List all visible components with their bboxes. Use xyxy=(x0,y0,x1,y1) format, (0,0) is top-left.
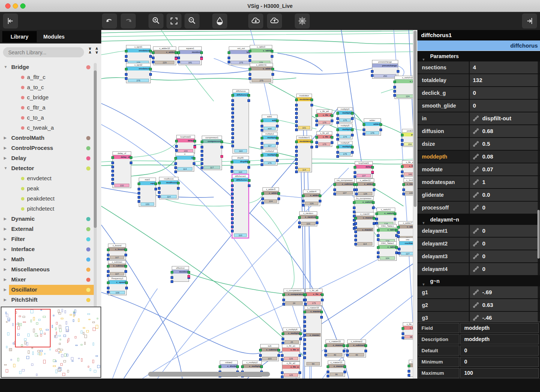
port-out[interactable] xyxy=(272,73,274,76)
port-special[interactable] xyxy=(220,155,223,158)
param-row-g2[interactable]: g20.63 xyxy=(417,299,540,312)
inspector-selected-type[interactable]: diffchorus xyxy=(417,40,540,51)
port-control-out[interactable] xyxy=(373,183,375,186)
port-in[interactable] xyxy=(138,188,140,190)
param-row-modratespan[interactable]: modratespan1 xyxy=(417,176,540,189)
port-control-out[interactable] xyxy=(372,201,375,204)
port-in[interactable] xyxy=(303,325,306,328)
node-sub[interactable]: subc_subtract103 xyxy=(260,344,279,361)
port-control-in[interactable] xyxy=(333,183,336,186)
sidebar-item-controlmath[interactable]: ▶ControlMath xyxy=(0,133,101,143)
canvas-vscrollbar-thumb[interactable] xyxy=(414,31,417,207)
port-special[interactable] xyxy=(194,146,196,148)
port-in[interactable] xyxy=(295,171,298,173)
port-out[interactable] xyxy=(276,125,279,127)
port-in[interactable] xyxy=(402,189,405,191)
port-out[interactable] xyxy=(351,134,354,136)
param-row-delayamt2[interactable]: delayamt20 xyxy=(417,238,540,250)
port-control-in[interactable] xyxy=(377,246,380,249)
port-in[interactable] xyxy=(354,243,357,245)
node-c_mas10[interactable]: c_mas10c_masterc_master114 xyxy=(356,212,374,247)
port-out[interactable] xyxy=(373,189,375,191)
port-in[interactable] xyxy=(393,86,396,88)
node-eqn2[interactable]: eqn2eqn133 xyxy=(139,178,156,207)
port-control-out[interactable] xyxy=(310,141,313,143)
port-control-out[interactable] xyxy=(395,246,398,249)
port-control-out[interactable] xyxy=(331,114,333,117)
port-in[interactable] xyxy=(377,256,380,258)
port-out[interactable] xyxy=(351,151,354,154)
cloud-download-button[interactable] xyxy=(248,13,263,28)
port-control-out[interactable] xyxy=(351,146,354,148)
wire-control[interactable] xyxy=(189,274,284,294)
node-add1[interactable]: add1addadd xyxy=(262,115,278,131)
wire-control[interactable] xyxy=(101,33,417,37)
port-in[interactable] xyxy=(138,196,140,199)
port-in[interactable] xyxy=(295,129,298,131)
port-control-in[interactable] xyxy=(174,157,177,160)
port-in[interactable] xyxy=(107,291,110,293)
port-in[interactable] xyxy=(231,184,234,187)
port-control-out[interactable] xyxy=(276,120,279,122)
port-in[interactable] xyxy=(261,202,264,204)
node-c_table3[interactable]: c_table3c_table275 xyxy=(250,45,272,65)
port-out[interactable] xyxy=(276,142,279,145)
sidebar-item-c_fltr_a[interactable]: c_fltr_a xyxy=(0,103,101,113)
wire-control[interactable] xyxy=(101,51,126,55)
param-value[interactable]: 1 xyxy=(470,176,538,188)
port-in[interactable] xyxy=(231,116,234,118)
port-control-out[interactable] xyxy=(194,140,196,142)
port-in[interactable] xyxy=(125,55,128,58)
port-in[interactable] xyxy=(175,149,178,152)
port-in[interactable] xyxy=(249,59,251,62)
port-out[interactable] xyxy=(149,55,152,58)
port-in[interactable] xyxy=(107,270,110,273)
node-c_lgnd1[interactable]: c_lgnd1envdetect275 xyxy=(126,45,151,65)
port-control-out[interactable] xyxy=(276,137,279,139)
port-in[interactable] xyxy=(354,222,357,225)
port-out[interactable] xyxy=(124,270,127,273)
sidebar-item-dynamic[interactable]: ▶Dynamic xyxy=(0,214,101,224)
port-control-out[interactable] xyxy=(271,50,273,52)
port-in[interactable] xyxy=(298,221,301,224)
port-control-in[interactable] xyxy=(228,51,230,54)
port-in[interactable] xyxy=(377,251,380,254)
port-in[interactable] xyxy=(354,239,357,241)
port-in[interactable] xyxy=(231,145,234,147)
port-in[interactable] xyxy=(336,134,339,136)
port-in[interactable] xyxy=(281,354,284,357)
port-in[interactable] xyxy=(363,133,365,135)
sidebar-item-a_fltr_c[interactable]: a_fltr_c xyxy=(0,72,101,82)
sidebar-item-filter[interactable]: ▶Filter xyxy=(0,234,101,244)
port-control-in[interactable] xyxy=(259,349,262,352)
port-out[interactable] xyxy=(380,129,382,131)
port-control-out[interactable] xyxy=(321,293,324,296)
port-control-out[interactable] xyxy=(248,179,250,182)
port-in[interactable] xyxy=(336,155,339,158)
port-in[interactable] xyxy=(107,287,110,289)
port-in[interactable] xyxy=(111,162,114,164)
param-row-processoff[interactable]: processoff0 xyxy=(417,202,540,214)
port-control-in[interactable] xyxy=(354,217,357,220)
port-control-in[interactable] xyxy=(261,154,263,157)
port-control-out[interactable] xyxy=(344,365,346,368)
port-control-in[interactable] xyxy=(241,365,244,368)
param-row-modrate[interactable]: modrate0.07 xyxy=(417,163,540,176)
port-in[interactable] xyxy=(355,193,358,195)
param-value[interactable]: dispfilt-out xyxy=(470,112,538,124)
node-c_fltr_a6[interactable]: c_fltr_a6c_fltr_a175 xyxy=(305,289,322,306)
port-out[interactable] xyxy=(344,371,346,373)
port-in[interactable] xyxy=(295,112,298,115)
port-in[interactable] xyxy=(375,222,378,224)
port-in[interactable] xyxy=(295,124,298,127)
node-c_master13[interactable]: c_master13c_master96 xyxy=(328,361,345,377)
port-in[interactable] xyxy=(281,371,284,374)
port-out[interactable] xyxy=(298,371,301,374)
port-in[interactable] xyxy=(231,213,234,216)
param-row-delayamt4[interactable]: delayamt40 xyxy=(417,263,540,276)
port-control-in[interactable] xyxy=(107,248,110,251)
port-in[interactable] xyxy=(201,158,203,161)
wire-audio[interactable] xyxy=(278,53,322,71)
sidebar-item-detector[interactable]: ▼Detector xyxy=(0,163,101,174)
port-control-in[interactable] xyxy=(355,183,358,186)
